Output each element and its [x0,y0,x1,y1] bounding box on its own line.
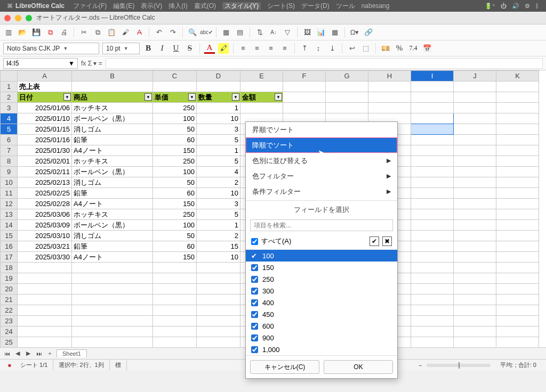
data-cell[interactable]: 10 [197,113,240,124]
clear-format-icon[interactable]: A̶ [134,27,144,38]
close-window-button[interactable] [4,15,11,21]
data-cell[interactable]: 2025/01/30 [18,145,72,156]
data-cell[interactable]: ボールペン（黒） [72,113,153,124]
data-cell[interactable]: 2025/01/06 [18,103,72,113]
row-header[interactable]: 21 [1,295,18,305]
data-cell[interactable]: 消しゴム [72,124,153,135]
wrap-icon[interactable]: ↩ [347,43,357,54]
tab-add-icon[interactable]: ＋ [46,349,53,357]
data-cell[interactable]: 消しゴム [72,231,153,241]
filter-dropdown-button[interactable]: ▼ [275,93,282,101]
os-menu-item[interactable]: スタイル(Y) [222,2,261,10]
column-header[interactable]: D [197,71,240,81]
data-cell[interactable]: 250 [153,209,197,220]
data-cell[interactable]: 250 [153,103,197,113]
autofilter-icon[interactable]: ▽ [282,27,293,38]
tab-last-icon[interactable]: ⏭ [35,350,43,357]
os-menu-item[interactable]: シート(S) [267,2,295,10]
data-cell[interactable]: 150 [153,145,197,156]
data-cell[interactable]: 60 [153,188,197,199]
data-cell[interactable]: ホッチキス [72,156,153,167]
chart-icon[interactable]: 📊 [316,27,326,38]
align-center-icon[interactable]: ≡ [252,43,262,54]
font-color-button[interactable]: A [204,43,215,54]
filter-cancel-button[interactable]: キャンセル(C) [250,360,319,374]
data-cell[interactable]: 鉛筆 [72,241,153,252]
row-icon[interactable]: ▦ [221,27,231,38]
data-cell[interactable]: 2025/02/28 [18,199,72,209]
sort-ascending-item[interactable]: 昇順でソート [246,122,397,137]
column-header[interactable]: K [496,71,539,81]
table-header-cell[interactable]: 単価▼ [153,92,197,103]
sheet-tab[interactable]: Sheet1 [57,349,87,357]
selected-cell[interactable] [411,124,454,135]
row-header[interactable]: 4 [1,113,18,124]
font-size-select[interactable]: 10 pt▼ [102,43,140,54]
filter-value-row[interactable]: 250 [246,273,397,285]
row-header[interactable]: 3 [1,103,18,113]
filter-value-row[interactable]: 400 [246,297,397,308]
data-cell[interactable]: 10 [197,188,240,199]
os-menu-item[interactable]: ツール [336,2,355,10]
row-header[interactable]: 1 [1,81,18,92]
row-header[interactable]: 15 [1,231,18,241]
col-icon[interactable]: ▤ [235,27,245,38]
filter-ok-button[interactable]: OK [324,360,393,374]
filter-dropdown-button[interactable]: ▼ [188,93,196,101]
highlight-button[interactable]: 🖍 [218,43,229,54]
column-header[interactable]: C [153,71,197,81]
row-header[interactable]: 9 [1,167,18,177]
filter-dropdown-button[interactable]: ▼ [232,93,239,101]
row-header[interactable]: 11 [1,188,18,199]
filter-dropdown-button[interactable]: ▼ [144,93,152,101]
zoom-out-icon[interactable]: − [419,362,422,369]
row-header[interactable]: 25 [1,337,18,348]
underline-button[interactable]: U [171,44,181,53]
image-icon[interactable]: 🖼 [302,27,312,38]
column-header[interactable]: E [240,71,283,81]
number-button[interactable]: 7.4 [408,44,419,52]
data-cell[interactable]: 100 [153,220,197,231]
row-header[interactable]: 8 [1,156,18,167]
filter-value-checkbox[interactable] [251,264,258,271]
column-header[interactable]: I [411,71,454,81]
row-header[interactable]: 10 [1,177,18,188]
pdf-icon[interactable]: ⧉ [45,27,55,38]
row-header[interactable]: 14 [1,220,18,231]
data-cell[interactable]: 鉛筆 [72,135,153,145]
data-cell[interactable]: 100 [153,113,197,124]
os-menu-item[interactable]: 表示(V) [141,2,162,10]
redo-icon[interactable]: ↷ [167,27,178,38]
spellcheck-icon[interactable]: abc✔ [201,27,212,38]
valign-bot-icon[interactable]: ⤓ [327,43,338,54]
new-icon[interactable]: ▥ [3,27,14,38]
name-box[interactable]: I4:I5 ▼ [3,58,78,69]
column-header[interactable]: H [368,71,411,81]
column-header[interactable]: B [72,71,153,81]
data-cell[interactable]: 100 [153,167,197,177]
sort-asc-icon[interactable]: ⇅ [254,27,265,38]
minimize-window-button[interactable] [15,15,21,21]
filter-value-row[interactable]: 900 [246,332,397,344]
data-cell[interactable]: 50 [153,124,197,135]
formula-input[interactable] [106,58,543,69]
filter-value-checkbox[interactable] [251,299,258,306]
column-header[interactable]: J [454,71,496,81]
data-cell[interactable]: 3 [197,124,240,135]
check-all-button[interactable]: ✔ [370,236,379,246]
fx-buttons[interactable]: fx Σ ▾ = [81,60,102,67]
data-cell[interactable]: 2025/02/25 [18,188,72,199]
column-header[interactable]: F [283,71,326,81]
row-header[interactable]: 16 [1,241,18,252]
data-cell[interactable]: 2025/02/13 [18,177,72,188]
paste-icon[interactable]: 📋 [106,27,117,38]
align-left-icon[interactable]: ≡ [238,43,248,54]
data-cell[interactable]: 5 [197,135,240,145]
font-name-select[interactable]: Noto Sans CJK JP▼ [3,43,99,54]
filter-value-row[interactable]: 600 [246,320,397,332]
data-cell[interactable]: 5 [197,156,240,167]
data-cell[interactable]: 3 [197,199,240,209]
link-icon[interactable]: 🔗 [363,27,374,38]
data-cell[interactable]: 150 [153,199,197,209]
os-menu-item[interactable]: データ(D) [301,2,330,10]
